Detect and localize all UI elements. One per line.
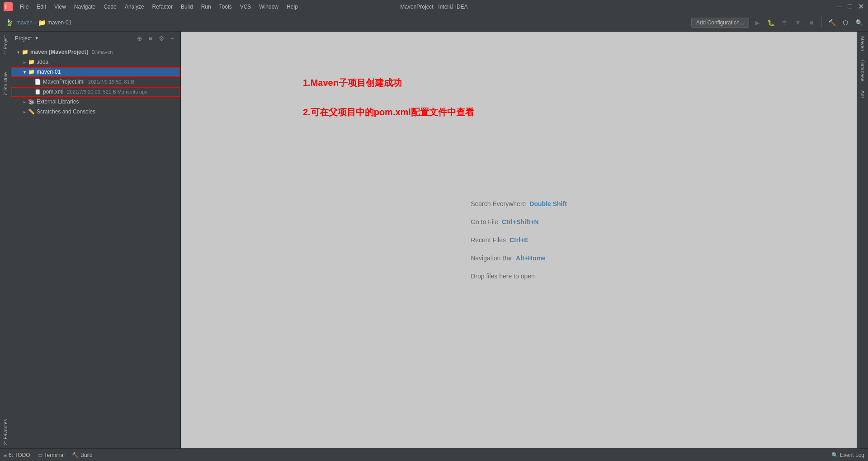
favorites-tab[interactable]: 2: Favorites — [3, 419, 8, 445]
hint-recent-key: Ctrl+E — [509, 236, 528, 244]
right-tab-maven[interactable]: Maven — [859, 33, 866, 54]
structure-tab[interactable]: 7: Structure — [2, 71, 9, 98]
hint-goto-key: Ctrl+Shift+N — [502, 218, 539, 226]
tree-item-external-libs[interactable]: ▸ 📚 External Libraries — [11, 97, 180, 107]
breadcrumb-maven[interactable]: maven — [16, 19, 33, 26]
menu-tools[interactable]: Tools — [216, 3, 236, 11]
tree-item-scratches[interactable]: ▸ ✏️ Scratches and Consoles — [11, 107, 180, 117]
tree-arrow-external-libs: ▸ — [21, 99, 28, 104]
expand-window-button[interactable]: ⬡ — [840, 17, 851, 28]
project-tab[interactable]: 1: Project — [2, 33, 9, 56]
lib-icon: 📚 — [28, 98, 35, 105]
event-log-icon: 🔍 — [831, 452, 838, 458]
hint-nav-bar: Navigation Bar Alt+Home — [471, 254, 567, 262]
main-area: 1: Project 7: Structure 2: Favorites Pro… — [0, 32, 868, 448]
right-tab-ant[interactable]: Ant — [859, 88, 866, 101]
project-tree: ▾ 📁 maven [MavenProject] D:\maven ▸ 📁 .i… — [11, 45, 180, 118]
hint-recent-files: Recent Files Ctrl+E — [471, 236, 567, 244]
menu-file[interactable]: File — [16, 3, 32, 11]
tree-wrapper: ▾ 📁 maven [MavenProject] D:\maven ▸ 📁 .i… — [11, 45, 180, 448]
terminal-icon: ▭ — [38, 452, 42, 458]
hint-goto-file: Go to File Ctrl+Shift+N — [471, 218, 567, 226]
terminal-label: Terminal — [44, 452, 65, 458]
tree-arrow-scratches: ▸ — [21, 109, 28, 114]
annotation-maven-success: 1.Maven子项目创建成功 — [303, 77, 402, 89]
tree-arrow-maven-root: ▾ — [15, 50, 21, 55]
right-tab-database[interactable]: Database — [859, 57, 866, 84]
breadcrumb-maven01[interactable]: maven-01 — [47, 19, 71, 26]
stop-button[interactable]: ■ — [806, 17, 817, 28]
panel-title: Project ▼ — [15, 35, 39, 42]
menu-run[interactable]: Run — [198, 3, 215, 11]
panel-collapse-button[interactable]: ≡ — [146, 34, 155, 43]
todo-label: 6: TODO — [9, 452, 30, 458]
search-everywhere-button[interactable]: 🔍 — [854, 17, 864, 28]
tree-label-maven-root: maven [MavenProject] — [30, 49, 88, 55]
tree-meta-maven-root: D:\maven — [91, 49, 113, 55]
menu-edit[interactable]: Edit — [33, 3, 50, 11]
folder-icon-maven01: 📁 — [28, 68, 35, 75]
hint-search-label: Search Everywhere — [471, 200, 526, 207]
menu-view[interactable]: View — [51, 3, 70, 11]
status-bar: ≡ 6: TODO ▭ Terminal 🔨 Build 🔍 Event Log — [0, 448, 868, 461]
hint-recent-label: Recent Files — [471, 236, 506, 244]
hint-search-everywhere: Search Everywhere Double Shift — [471, 200, 567, 207]
breadcrumb: maven › 📁 maven-01 — [16, 19, 71, 26]
tree-label-idea: .idea — [37, 59, 48, 65]
add-configuration-button[interactable]: Add Configuration... — [691, 18, 749, 28]
tree-item-maven-root[interactable]: ▾ 📁 maven [MavenProject] D:\maven — [11, 47, 180, 57]
more-run-options[interactable]: ▼ — [793, 17, 803, 28]
event-log-label: Event Log — [840, 452, 864, 458]
status-terminal[interactable]: ▭ Terminal — [38, 452, 65, 458]
hint-nav-key: Alt+Home — [516, 254, 546, 262]
xml-icon: 📋 — [34, 88, 41, 95]
tree-arrow-maven01: ▾ — [21, 70, 28, 75]
todo-icon: ≡ — [4, 452, 7, 458]
menu-refactor[interactable]: Refactor — [149, 3, 176, 11]
tree-label-pom-xml: pom.xml — [43, 89, 63, 95]
build-project-button[interactable]: 🔨 — [826, 17, 837, 28]
tree-label-scratches: Scratches and Consoles — [37, 108, 95, 115]
tree-item-mavenproject-iml[interactable]: 📄 MavenProject.iml 2021/7/9 19:50, 81 B — [11, 77, 180, 87]
hint-drop-label: Drop files here to open — [471, 273, 535, 280]
tree-item-idea[interactable]: ▸ 📁 .idea — [11, 57, 180, 67]
debug-button[interactable]: 🐛 — [765, 17, 776, 28]
project-panel: Project ▼ ⊕ ≡ ⚙ − ▾ 📁 maven [MavenProjec… — [11, 32, 181, 448]
tree-item-pom-xml[interactable]: 📋 pom.xml 2021/7/9 20:00, 521 B Moments … — [11, 87, 180, 97]
menu-window[interactable]: Window — [255, 3, 282, 11]
title-bar: I File Edit View Navigate Code Analyze R… — [0, 0, 868, 14]
menu-build[interactable]: Build — [177, 3, 197, 11]
tree-item-maven01[interactable]: ▾ 📁 maven-01 — [11, 67, 180, 77]
menu-navigate[interactable]: Navigate — [71, 3, 99, 11]
hint-drop-files: Drop files here to open — [471, 273, 567, 280]
toolbar-separator — [821, 17, 822, 28]
close-button[interactable]: ✕ — [857, 3, 864, 10]
menu-analyze[interactable]: Analyze — [121, 3, 148, 11]
menu-code[interactable]: Code — [100, 3, 120, 11]
editor-placeholder: Search Everywhere Double Shift Go to Fil… — [471, 200, 567, 280]
panel-close-button[interactable]: − — [168, 34, 177, 43]
iml-icon: 📄 — [34, 78, 41, 85]
menu-vcs[interactable]: VCS — [236, 3, 255, 11]
hint-nav-label: Navigation Bar — [471, 254, 512, 262]
window-title: MavenProject - IntelliJ IDEA — [400, 4, 467, 10]
coverage-button[interactable]: ☂ — [779, 17, 790, 28]
status-build[interactable]: 🔨 Build — [72, 452, 93, 458]
annotation-pom-config: 2.可在父项目中的pom.xml配置文件中查看 — [303, 106, 474, 118]
panel-dropdown-arrow[interactable]: ▼ — [34, 36, 39, 41]
panel-settings-button[interactable]: ⚙ — [157, 34, 166, 43]
toolbar: 🍃 maven › 📁 maven-01 Add Configuration..… — [0, 14, 868, 32]
run-button[interactable]: ▶ — [752, 17, 763, 28]
minimize-button[interactable]: ─ — [835, 3, 843, 10]
hint-goto-label: Go to File — [471, 218, 498, 226]
panel-locate-button[interactable]: ⊕ — [135, 34, 144, 43]
menu-help[interactable]: Help — [283, 3, 302, 11]
folder-icon-idea: 📁 — [28, 58, 35, 66]
status-event-log[interactable]: 🔍 Event Log — [831, 452, 864, 458]
maximize-button[interactable]: □ — [846, 3, 854, 10]
status-todo[interactable]: ≡ 6: TODO — [4, 452, 30, 458]
app-logo: I — [4, 2, 13, 11]
maven-icon: 🍃 — [4, 17, 14, 28]
tree-label-mavenproject-iml: MavenProject.iml — [43, 79, 85, 85]
scratch-icon: ✏️ — [28, 108, 35, 115]
